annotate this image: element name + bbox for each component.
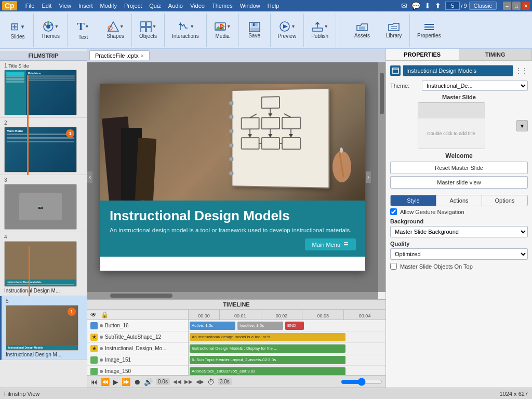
gesture-nav-checkbox[interactable] <box>390 208 397 215</box>
publish-icon <box>311 21 324 32</box>
slide-number-input[interactable] <box>445 2 460 10</box>
close-button[interactable]: ✕ <box>522 2 530 10</box>
menu-video[interactable]: Video <box>187 2 208 10</box>
eye-icon[interactable]: 👁 <box>90 311 97 318</box>
slide-thumb-img-5: Instructional Design Models 1 <box>6 305 78 351</box>
timeline-nudge-right[interactable]: ▶▶ <box>184 379 193 384</box>
menu-window[interactable]: Window <box>237 2 263 10</box>
library-button[interactable]: Library <box>382 19 405 41</box>
properties-button[interactable]: Properties <box>414 19 444 41</box>
upload-icon[interactable]: ⬆ <box>435 2 441 10</box>
classic-mode-button[interactable]: Classic <box>469 2 497 10</box>
toolbar-group-text: T ▼ Text <box>68 14 99 47</box>
slides-button[interactable]: ⊞ ▼ Slides <box>6 18 29 42</box>
canvas-nav-left[interactable]: ‹ <box>87 171 92 183</box>
canvas-scroll-horizontal[interactable] <box>87 292 378 299</box>
download-icon[interactable]: ⬇ <box>424 2 431 10</box>
timeline-nudge-left[interactable]: ◀◀ <box>173 379 181 384</box>
svg-rect-48 <box>282 138 300 149</box>
canvas-nav-right[interactable]: › <box>366 171 371 183</box>
timing-tab[interactable]: TIMING <box>459 49 533 60</box>
master-dropdown-button[interactable]: ▼ <box>516 120 528 131</box>
master-slide-section-label: Master Slide <box>390 94 528 100</box>
toolbar-group-library: Library <box>378 14 410 47</box>
slide-num-5: 5 <box>6 298 83 304</box>
slide-num-4: 4 <box>4 234 83 240</box>
menu-help[interactable]: Help <box>264 2 283 10</box>
badge-slide2: 1 <box>66 129 74 138</box>
tab-close-button[interactable]: × <box>141 53 144 59</box>
badge-slide5: 1 <box>68 308 76 316</box>
file-tab[interactable]: PracticeFile .cptx × <box>89 50 150 60</box>
window-controls: – □ ✕ <box>503 2 530 10</box>
timeline-controls: ⏮ ⏪ ▶ ⏩ ⏺ 🔊 0.0s ◀◀ ▶▶ ◀▶ ⏱ 3.0s <box>87 375 385 388</box>
audio-icon[interactable]: 🔊 <box>144 378 153 386</box>
canvas-scroll-vertical[interactable] <box>378 62 385 292</box>
canvas-scroll-thumb-v[interactable] <box>380 73 384 114</box>
menu-insert[interactable]: Insert <box>75 2 96 10</box>
track-block-inst: Instructional Design Models : Display fo… <box>190 344 345 353</box>
publish-button[interactable]: ▼ Publish <box>308 19 331 41</box>
menu-audio[interactable]: Audio <box>165 2 186 10</box>
preview-button[interactable]: ▼ Preview <box>275 19 300 41</box>
timeline-expand[interactable]: ◀▶ <box>196 379 204 384</box>
style-tab-actions[interactable]: Actions <box>436 195 482 206</box>
step-forward-button[interactable]: ⏩ <box>122 378 130 386</box>
menu-file[interactable]: File <box>22 2 38 10</box>
shapes-button[interactable]: ▼ Shapes <box>103 19 127 41</box>
svg-rect-22 <box>312 28 323 31</box>
main-menu-button[interactable]: Main Menu ☰ <box>305 238 356 250</box>
menu-quiz[interactable]: Quiz <box>146 2 164 10</box>
maximize-button[interactable]: □ <box>512 2 521 10</box>
toolbar-group-properties: Properties <box>410 14 448 47</box>
style-tab-style[interactable]: Style <box>391 195 436 206</box>
menu-project[interactable]: Project <box>121 2 145 10</box>
skip-back-button[interactable]: ⏮ <box>90 378 98 386</box>
master-slide-view-button[interactable]: Master slide view <box>390 176 528 189</box>
media-button[interactable]: ▼ Media <box>211 19 234 41</box>
slide-thumb-3[interactable]: 3 📷 <box>0 175 87 232</box>
slide-name-menu-icon[interactable]: ⋮⋮ <box>515 67 528 74</box>
obj-name-5: Image_150 <box>105 368 131 374</box>
email-icon[interactable]: ✉ <box>401 2 407 10</box>
objects-button[interactable]: ▼ Objects <box>136 19 160 41</box>
slide-thumb-5[interactable]: 5 Instructional Design Models 1 Instruct… <box>0 296 87 360</box>
theme-row: Theme: Instructional_De... <box>390 81 528 91</box>
slide-thumb-2[interactable]: 2 Main Menu 1 <box>0 118 87 175</box>
chat-icon[interactable]: 💬 <box>411 2 420 10</box>
themes-button[interactable]: ▼ Themes <box>38 19 63 41</box>
quality-select[interactable]: Optimized <box>390 248 528 260</box>
canvas-scroll-thumb-h[interactable] <box>110 294 172 298</box>
minimize-button[interactable]: – <box>503 2 511 10</box>
panel-content: ⋮⋮ Theme: Instructional_De... Master Sli… <box>386 61 532 388</box>
menu-themes[interactable]: Themes <box>209 2 236 10</box>
slide-thumb-4[interactable]: 4 Instructional Design Models Instructio… <box>0 232 87 296</box>
menu-modify[interactable]: Modify <box>97 2 120 10</box>
text-button[interactable]: T ▼ Text <box>72 18 95 42</box>
style-tab-options[interactable]: Options <box>482 195 527 206</box>
play-button[interactable]: ▶ <box>113 378 118 386</box>
master-objects-checkbox[interactable] <box>390 263 397 270</box>
properties-tab[interactable]: PROPERTIES <box>386 49 459 60</box>
theme-select[interactable]: Instructional_De... <box>422 81 528 91</box>
total-time-display: 3.0s <box>218 378 232 385</box>
reset-master-slide-button[interactable]: Reset Master Slide <box>390 162 528 174</box>
interactions-button[interactable]: ▼ Interactions <box>169 19 202 41</box>
lock-icon[interactable]: 🔒 <box>101 311 109 318</box>
main-menu-label: Main Menu <box>312 242 340 248</box>
menu-view[interactable]: View <box>56 2 74 10</box>
status-view-label: Filmstrip View <box>4 391 39 397</box>
menu-edit[interactable]: Edit <box>38 2 55 10</box>
step-back-button[interactable]: ⏪ <box>101 378 110 386</box>
dimensions-label: 1024 x 627 <box>500 391 528 397</box>
timeline-label-header: 👁 🔒 <box>87 310 188 320</box>
save-button[interactable]: Save <box>243 19 266 41</box>
slide-thumb-1[interactable]: 1 Title Slide Main Menu <box>0 61 87 118</box>
background-select[interactable]: Master Slide Background <box>390 226 528 237</box>
timeline-zoom-slider[interactable] <box>341 378 382 386</box>
slide-name-input[interactable] <box>403 65 513 76</box>
assets-button[interactable]: Assets <box>351 19 374 41</box>
record-button[interactable]: ⏺ <box>134 378 141 386</box>
svg-rect-34 <box>242 117 259 129</box>
master-slide-preview[interactable]: Double click to add title <box>418 102 485 149</box>
